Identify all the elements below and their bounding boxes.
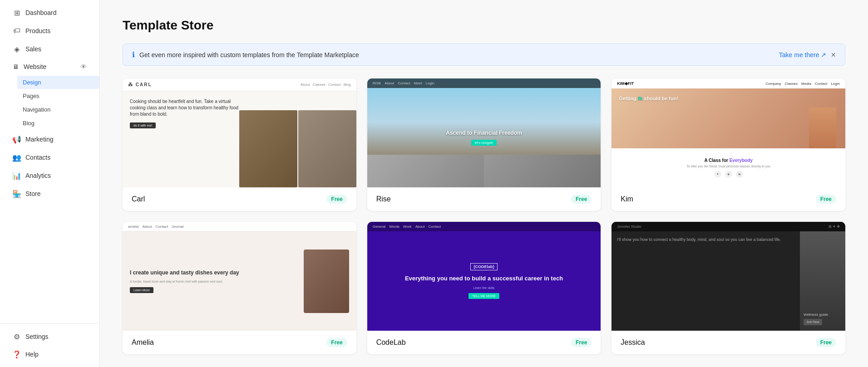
sidebar-sub-item-navigation[interactable]: Navigation — [17, 103, 99, 116]
template-preview-rise: RISE About Contact Meet Login Ascend to … — [367, 78, 601, 187]
template-preview-jessica: Jennifer Studio ⊞ ✦ ❖ I'll show you how … — [612, 222, 845, 331]
carl-name: Carl — [132, 195, 145, 203]
sidebar-label-store: Store — [25, 190, 40, 197]
sidebar-item-settings[interactable]: ⚙ Settings — [4, 328, 96, 345]
codelab-name: CodeLab — [376, 338, 406, 347]
carl-hero: Cooking should be heartfelt and fun. Tak… — [123, 91, 356, 187]
template-preview-kim: KIM◆FIT Company Classes Media Contact Lo… — [612, 78, 845, 187]
template-card-carl[interactable]: ⁂ CARL About Classes Contact Blog Cookin… — [123, 78, 356, 211]
sidebar-sub-item-design[interactable]: Design — [17, 76, 99, 89]
analytics-icon: 📊 — [13, 171, 21, 180]
template-grid: ⁂ CARL About Classes Contact Blog Cookin… — [123, 78, 845, 354]
carl-nav-bar: ⁂ CARL About Classes Contact Blog — [123, 78, 356, 91]
jessica-footer: Jessica Free — [612, 331, 845, 354]
sidebar-label-sales: Sales — [25, 45, 41, 53]
codelab-badge: Free — [571, 338, 592, 347]
gear-icon: ⚙ — [13, 333, 21, 341]
sidebar-label-marketing: Marketing — [25, 136, 53, 143]
page-title: Template Store — [123, 18, 845, 33]
banner-close-button[interactable]: × — [831, 51, 836, 59]
info-icon: ℹ — [132, 50, 135, 59]
megaphone-icon: 📢 — [13, 135, 21, 143]
sidebar-bottom: ⚙ Settings ❓ Help — [0, 323, 99, 363]
sidebar-item-dashboard[interactable]: ⊞ Dashboard — [4, 4, 96, 21]
banner-left: ℹ Get even more inspired with custom tem… — [132, 50, 359, 59]
sidebar-item-sales[interactable]: ◈ Sales — [4, 40, 96, 58]
eye-icon[interactable]: 👁 — [80, 63, 87, 70]
kim-name: Kim — [621, 195, 633, 203]
codelab-footer: CodeLab Free — [367, 331, 601, 354]
take-me-there-link[interactable]: Take me there ↗ — [779, 51, 827, 59]
rise-footer: Rise Free — [367, 187, 601, 211]
banner-text: Get even more inspired with custom templ… — [139, 51, 359, 59]
sidebar-item-store[interactable]: 🏪 Store — [4, 185, 96, 202]
sidebar-label-analytics: Analytics — [25, 172, 51, 179]
carl-footer: Carl Free — [123, 187, 356, 211]
template-preview-carl: ⁂ CARL About Classes Contact Blog Cookin… — [123, 78, 356, 187]
grid-icon: ⊞ — [13, 9, 21, 17]
rise-badge: Free — [571, 195, 592, 204]
sidebar-label-settings: Settings — [25, 333, 49, 340]
template-card-jessica[interactable]: Jennifer Studio ⊞ ✦ ❖ I'll show you how … — [612, 222, 845, 354]
sidebar-label-help: Help — [25, 351, 39, 358]
jessica-badge: Free — [816, 338, 836, 347]
sidebar-item-products[interactable]: 🏷 Products — [4, 22, 96, 39]
sidebar-item-website[interactable]: 🖥 Website 👁 — [4, 59, 96, 75]
sidebar-item-contacts[interactable]: 👥 Contacts — [4, 149, 96, 166]
sidebar-label-contacts: Contacts — [25, 154, 50, 161]
sidebar: ⊞ Dashboard 🏷 Products ◈ Sales 🖥 Website… — [0, 0, 100, 367]
sidebar-item-marketing[interactable]: 📢 Marketing — [4, 131, 96, 148]
template-card-codelab[interactable]: General Words Work About Contact {CODEla… — [367, 222, 601, 354]
amelia-name: Amelia — [132, 338, 154, 347]
monitor-icon: 🖥 — [13, 63, 19, 70]
jessica-name: Jessica — [621, 338, 645, 347]
template-card-kim[interactable]: KIM◆FIT Company Classes Media Contact Lo… — [612, 78, 845, 211]
kim-badge: Free — [816, 195, 836, 204]
sidebar-label-dashboard: Dashboard — [25, 9, 57, 16]
tag-icon: 🏷 — [13, 27, 21, 35]
sales-icon: ◈ — [13, 45, 21, 53]
banner-right: Take me there ↗ × — [779, 51, 836, 59]
sidebar-item-analytics[interactable]: 📊 Analytics — [4, 167, 96, 184]
sidebar-label-products: Products — [25, 27, 50, 34]
carl-badge: Free — [326, 195, 347, 204]
template-card-rise[interactable]: RISE About Contact Meet Login Ascend to … — [367, 78, 601, 211]
template-preview-amelia: amelia About Contact Journal I create un… — [123, 222, 356, 331]
template-card-amelia[interactable]: amelia About Contact Journal I create un… — [123, 222, 356, 354]
sidebar-sub-item-pages[interactable]: Pages — [17, 89, 99, 103]
amelia-badge: Free — [326, 338, 347, 347]
sidebar-item-help[interactable]: ❓ Help — [4, 346, 96, 363]
template-preview-codelab: General Words Work About Contact {CODEla… — [367, 222, 601, 331]
sidebar-label-website: Website — [24, 63, 46, 70]
store-icon: 🏪 — [13, 190, 21, 198]
sidebar-sub-website: Design Pages Navigation Blog — [0, 75, 99, 130]
help-icon: ❓ — [13, 350, 21, 358]
rise-name: Rise — [376, 195, 391, 203]
sidebar-sub-item-blog[interactable]: Blog — [17, 117, 99, 130]
marketplace-banner: ℹ Get even more inspired with custom tem… — [123, 44, 845, 66]
amelia-footer: Amelia Free — [123, 331, 356, 354]
kim-footer: Kim Free — [612, 187, 845, 211]
banner-link-label: Take me there — [779, 51, 819, 59]
main-content: Template Store ℹ Get even more inspired … — [100, 0, 868, 367]
external-link-icon: ↗ — [821, 51, 826, 59]
website-label-group: 🖥 Website — [13, 63, 46, 70]
contacts-icon: 👥 — [13, 153, 21, 161]
